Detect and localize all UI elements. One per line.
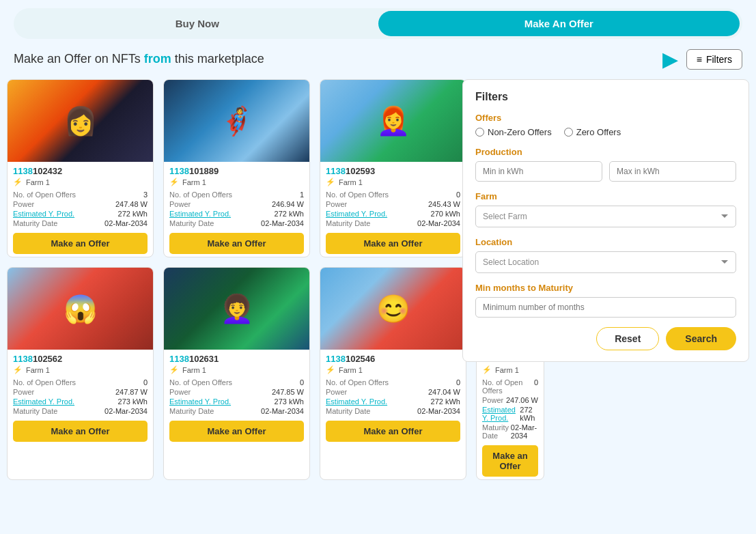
make-offer-btn-1138102562[interactable]: Make an Offer xyxy=(13,421,148,442)
min-months-filter: Min months to Maturity xyxy=(475,283,736,318)
farm-icon-3: ⚡ xyxy=(326,178,335,186)
nft-image-5: 👩‍🦱 xyxy=(164,268,309,350)
nft-image-1: 👩 xyxy=(8,80,153,162)
nft-card-1138102546: 😊 1138102546 ⚡ Farm 1 No. of Open Offers… xyxy=(320,267,466,480)
reset-button[interactable]: Reset xyxy=(596,327,659,350)
filters-title: Filters xyxy=(475,91,736,103)
filter-actions: Reset Search xyxy=(475,327,736,350)
farm-icon-6: ⚡ xyxy=(326,365,335,374)
nft-details-2: No. of Open Offers 1 Power 246.94 W Esti… xyxy=(169,191,304,227)
location-filter: Location Select Location xyxy=(475,237,736,273)
make-offer-btn-1138102593[interactable]: Make an Offer xyxy=(326,233,460,254)
nft-details-6: No. of Open Offers 0 Power 247.04 W Esti… xyxy=(326,378,460,415)
min-kwh-input[interactable] xyxy=(475,161,602,182)
location-select[interactable]: Select Location xyxy=(475,251,736,273)
search-button[interactable]: Search xyxy=(666,327,736,350)
nft-farm-4: ⚡ Farm 1 xyxy=(13,365,148,374)
arrow-right-icon: ▶ xyxy=(662,47,678,71)
nft-id-3: 1138102593 xyxy=(326,166,460,176)
nft-id-6: 1138102546 xyxy=(326,354,460,364)
nft-id-1: 1138102432 xyxy=(13,166,148,176)
nft-farm-1: ⚡ Farm 1 xyxy=(13,178,148,186)
make-offer-btn-1138102626[interactable]: Make an Offer xyxy=(482,445,538,477)
nft-id-2: 1138101889 xyxy=(169,166,304,176)
make-offer-btn-1138101889[interactable]: Make an Offer xyxy=(169,233,304,254)
nft-details-5: No. of Open Offers 0 Power 247.85 W Esti… xyxy=(169,378,304,415)
location-label: Location xyxy=(475,237,736,247)
nft-id-4: 1138102562 xyxy=(13,354,148,364)
nft-farm-3: ⚡ Farm 1 xyxy=(326,178,460,186)
nft-card-1138102432: 👩 1138102432 ⚡ Farm 1 No. of Open Offers… xyxy=(7,79,154,257)
nft-card-1138102593: 👩‍🦰 1138102593 ⚡ Farm 1 No. of Open Offe… xyxy=(320,79,466,257)
nft-image-6: 😊 xyxy=(320,268,466,350)
nft-image-2: 🦸 xyxy=(164,80,309,162)
make-offer-btn-1138102432[interactable]: Make an Offer xyxy=(13,233,148,254)
zero-offers-radio[interactable] xyxy=(564,128,573,137)
production-filter: Production xyxy=(475,147,736,182)
non-zero-offers-option[interactable]: Non-Zero Offers xyxy=(475,127,552,137)
farm-icon-2: ⚡ xyxy=(169,178,179,186)
make-offer-btn-1138102631[interactable]: Make an Offer xyxy=(169,421,304,442)
farm-label: Farm xyxy=(475,191,736,201)
main-area: 👩 1138102432 ⚡ Farm 1 No. of Open Offers… xyxy=(7,79,749,480)
non-zero-offers-radio[interactable] xyxy=(475,128,484,137)
nft-details-4: No. of Open Offers 0 Power 247.87 W Esti… xyxy=(13,378,148,415)
tab-buy-now[interactable]: Buy Now xyxy=(16,11,378,36)
page-header: Make an Offer on NFTs from this marketpl… xyxy=(14,47,742,71)
nft-id-5: 1138102631 xyxy=(169,354,304,364)
farm-icon-1: ⚡ xyxy=(13,178,23,186)
farm-icon-4: ⚡ xyxy=(13,365,23,374)
filters-button[interactable]: ≡ Filters xyxy=(686,49,742,70)
production-label: Production xyxy=(475,147,736,157)
filter-icon: ≡ xyxy=(697,54,702,65)
farm-icon-5: ⚡ xyxy=(169,365,179,374)
offers-filter: Offers Non-Zero Offers Zero Offers xyxy=(475,113,736,137)
nft-farm-2: ⚡ Farm 1 xyxy=(169,178,304,186)
nft-card-1138101889: 🦸 1138101889 ⚡ Farm 1 No. of Open Offers… xyxy=(163,79,310,257)
tab-bar: Buy Now Make An Offer xyxy=(14,8,742,39)
min-months-input[interactable] xyxy=(475,297,736,318)
nft-farm-5: ⚡ Farm 1 xyxy=(169,365,304,374)
max-kwh-input[interactable] xyxy=(609,161,736,182)
tab-make-offer[interactable]: Make An Offer xyxy=(378,11,740,36)
make-offer-btn-1138102546[interactable]: Make an Offer xyxy=(326,421,460,442)
nft-details-3: No. of Open Offers 0 Power 245.43 W Esti… xyxy=(326,191,460,227)
nft-details-1: No. of Open Offers 3 Power 247.48 W Esti… xyxy=(13,191,148,227)
nft-card-1138102631: 👩‍🦱 1138102631 ⚡ Farm 1 No. of Open Offe… xyxy=(163,267,310,480)
page-title: Make an Offer on NFTs from this marketpl… xyxy=(14,52,264,66)
nft-image-4: 😱 xyxy=(8,268,153,350)
farm-select[interactable]: Select Farm xyxy=(475,206,736,227)
nft-image-3: 👩‍🦰 xyxy=(320,80,466,162)
production-inputs xyxy=(475,161,736,182)
farm-filter: Farm Select Farm xyxy=(475,191,736,227)
header-right: ▶ ≡ Filters xyxy=(662,47,742,71)
offers-label: Offers xyxy=(475,113,736,123)
zero-offers-option[interactable]: Zero Offers xyxy=(564,127,621,137)
min-months-label: Min months to Maturity xyxy=(475,283,736,293)
offers-radio-group: Non-Zero Offers Zero Offers xyxy=(475,127,736,137)
filters-panel: Filters Offers Non-Zero Offers Zero Offe… xyxy=(462,79,749,362)
nft-card-1138102562: 😱 1138102562 ⚡ Farm 1 No. of Open Offers… xyxy=(7,267,154,480)
nft-farm-6: ⚡ Farm 1 xyxy=(326,365,460,374)
